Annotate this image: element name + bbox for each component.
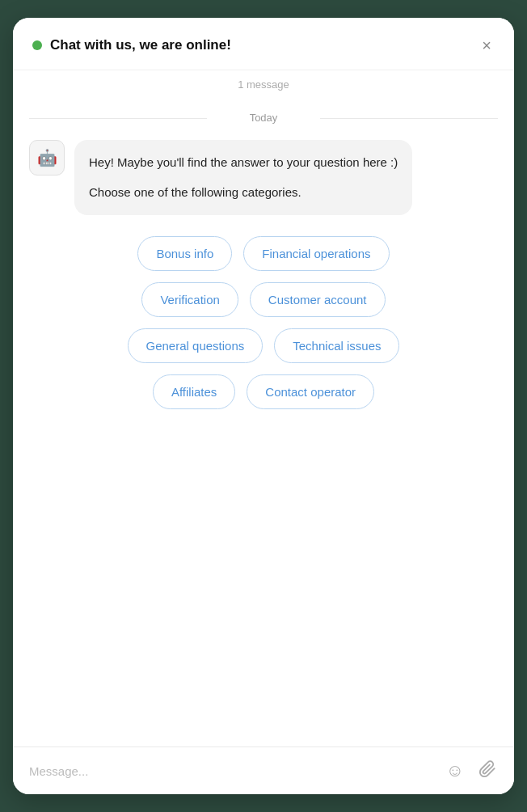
category-customer-account[interactable]: Customer account bbox=[250, 282, 386, 317]
category-verification[interactable]: Verification bbox=[141, 282, 238, 317]
chat-header: Chat with us, we are online! × bbox=[13, 18, 514, 70]
input-icons: ☺ bbox=[445, 759, 498, 783]
attach-button[interactable] bbox=[477, 759, 498, 783]
bot-icon: 🤖 bbox=[37, 148, 57, 167]
bot-avatar: 🤖 bbox=[29, 140, 65, 176]
header-left: Chat with us, we are online! bbox=[32, 37, 231, 53]
bot-message-line1: Hey! Maybe you'll find the answer to you… bbox=[89, 153, 398, 171]
categories-grid: Bonus info Financial operations Verifica… bbox=[29, 236, 498, 409]
category-general-questions[interactable]: General questions bbox=[128, 328, 264, 363]
emoji-button[interactable]: ☺ bbox=[445, 760, 466, 781]
categories-row-3: General questions Technical issues bbox=[37, 328, 490, 363]
bot-message-line2: Choose one of the following categories. bbox=[89, 183, 398, 201]
chat-body: Today 🤖 Hey! Maybe you'll find the answe… bbox=[13, 99, 514, 746]
message-count: 1 message bbox=[13, 70, 514, 99]
header-title: Chat with us, we are online! bbox=[50, 37, 231, 53]
category-affiliates[interactable]: Affiliates bbox=[153, 374, 235, 409]
message-input[interactable] bbox=[29, 764, 435, 778]
online-indicator bbox=[32, 40, 42, 50]
close-button[interactable]: × bbox=[479, 34, 495, 57]
category-bonus-info[interactable]: Bonus info bbox=[137, 236, 232, 271]
categories-row-4: Affiliates Contact operator bbox=[37, 374, 490, 409]
chat-window: Chat with us, we are online! × 1 message… bbox=[13, 18, 514, 794]
category-contact-operator[interactable]: Contact operator bbox=[247, 374, 374, 409]
date-divider: Today bbox=[29, 112, 498, 124]
category-technical-issues[interactable]: Technical issues bbox=[274, 328, 399, 363]
chat-input-bar: ☺ bbox=[13, 746, 514, 794]
categories-row-1: Bonus info Financial operations bbox=[37, 236, 490, 271]
bot-message-row: 🤖 Hey! Maybe you'll find the answer to y… bbox=[29, 140, 498, 215]
category-financial-operations[interactable]: Financial operations bbox=[243, 236, 389, 271]
categories-row-2: Verification Customer account bbox=[37, 282, 490, 317]
bot-message-bubble: Hey! Maybe you'll find the answer to you… bbox=[74, 140, 412, 215]
